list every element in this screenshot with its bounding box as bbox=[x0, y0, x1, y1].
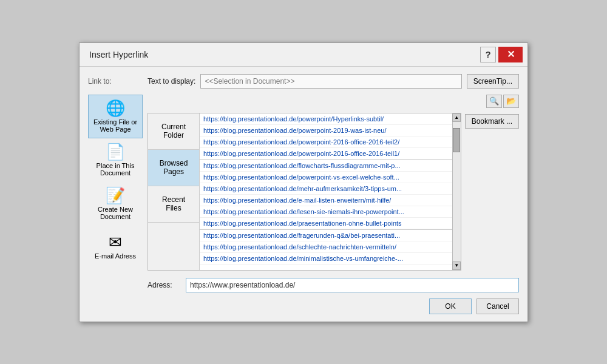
link-item[interactable]: https://blog.presentationload.de/frageru… bbox=[200, 230, 452, 241]
scroll-up-button[interactable]: ▲ bbox=[452, 113, 461, 122]
folder-browsed-label: BrowsedPages bbox=[160, 159, 188, 176]
address-label: Adress: bbox=[148, 281, 181, 289]
sidebar-item-label-place: Place in ThisDocument bbox=[97, 162, 135, 177]
link-item[interactable]: https://blog.presentationload.de/minimal… bbox=[200, 253, 452, 265]
sidebar-item-email[interactable]: ✉ E-mail Adress bbox=[88, 226, 143, 268]
close-button[interactable]: ✕ bbox=[498, 47, 523, 62]
create-new-icon: 📝 bbox=[106, 187, 125, 203]
dialog-body: Link to: Text to display: ScreenTip... 🌐… bbox=[80, 67, 527, 322]
sidebar: 🌐 Existing File orWeb Page 📄 Place in Th… bbox=[88, 95, 143, 292]
dialog-title: Insert Hyperlink bbox=[89, 50, 148, 59]
link-item[interactable]: https://blog.presentationload.de/flowcha… bbox=[200, 160, 452, 172]
content-area: CurrentFolder BrowsedPages RecentFiles h… bbox=[148, 113, 461, 271]
scroll-thumb[interactable] bbox=[453, 128, 460, 152]
ok-button[interactable]: OK bbox=[429, 298, 472, 314]
sidebar-item-label-existing: Existing File orWeb Page bbox=[93, 118, 137, 133]
link-item[interactable]: https://blog.presentationload.de/powerpo… bbox=[200, 172, 452, 183]
search-button[interactable]: 🔍 bbox=[486, 95, 502, 108]
help-button[interactable]: ? bbox=[480, 47, 496, 62]
link-item[interactable]: https://blog.presentationload.de/praesen… bbox=[200, 218, 452, 229]
folder-recent[interactable]: RecentFiles bbox=[148, 186, 199, 223]
folders-panel: CurrentFolder BrowsedPages RecentFiles bbox=[148, 113, 200, 270]
link-to-label: Link to: bbox=[88, 77, 143, 86]
place-document-icon: 📄 bbox=[106, 144, 125, 160]
folder-current-label: CurrentFolder bbox=[161, 123, 186, 140]
sidebar-item-create-new[interactable]: 📝 Create NewDocument bbox=[88, 182, 143, 226]
right-panel: 🔍 📂 CurrentFolder BrowsedPages bbox=[148, 95, 519, 292]
bottom-buttons: OK Cancel bbox=[88, 298, 519, 314]
cancel-button[interactable]: Cancel bbox=[476, 298, 519, 314]
title-bar-controls: ? ✕ bbox=[480, 47, 523, 62]
link-item[interactable]: https://blog.presentationload.de/schlech… bbox=[200, 241, 452, 253]
sidebar-item-label-create: Create NewDocument bbox=[98, 206, 133, 220]
folder-button[interactable]: 📂 bbox=[503, 95, 519, 108]
bookmark-area: Bookmark ... bbox=[465, 113, 519, 271]
screentip-button[interactable]: ScreenTip... bbox=[467, 74, 519, 89]
link-item[interactable]: https://blog.presentationload.de/mehr-au… bbox=[200, 183, 452, 195]
email-icon: ✉ bbox=[109, 234, 122, 250]
scrollbar[interactable]: ▲ ▼ bbox=[452, 113, 461, 270]
content-row: CurrentFolder BrowsedPages RecentFiles h… bbox=[148, 113, 519, 271]
links-panel: https://blog.presentationload.de/powerpo… bbox=[200, 113, 452, 270]
link-item[interactable]: https://blog.presentationload.de/powerpo… bbox=[200, 113, 452, 125]
bookmark-button[interactable]: Bookmark ... bbox=[465, 114, 519, 129]
insert-hyperlink-dialog: Insert Hyperlink ? ✕ Link to: Text to di… bbox=[79, 42, 528, 322]
link-item[interactable]: https://blog.presentationload.de/powerpo… bbox=[200, 125, 452, 136]
sidebar-item-place-document[interactable]: 📄 Place in ThisDocument bbox=[88, 138, 143, 182]
toolbar-row: 🔍 📂 bbox=[148, 95, 519, 108]
sidebar-item-label-email: E-mail Adress bbox=[95, 252, 136, 260]
main-area: 🌐 Existing File orWeb Page 📄 Place in Th… bbox=[88, 95, 519, 292]
text-to-display-input[interactable] bbox=[200, 74, 461, 89]
text-to-display-label: Text to display: bbox=[148, 77, 195, 86]
scroll-down-button[interactable]: ▼ bbox=[452, 261, 461, 270]
link-item[interactable]: https://blog.presentationload.de/powerpo… bbox=[200, 136, 452, 148]
link-item[interactable]: https://blog.presentationload.de/powerpo… bbox=[200, 148, 452, 160]
address-input[interactable] bbox=[186, 278, 519, 292]
scroll-track bbox=[452, 122, 461, 261]
address-row: Adress: bbox=[148, 278, 519, 292]
link-item[interactable]: https://blog.presentationload.de/lesen-s… bbox=[200, 206, 452, 218]
existing-file-icon: 🌐 bbox=[106, 100, 125, 116]
link-item[interactable]: https://blog.presentationload.de/e-mail-… bbox=[200, 195, 452, 206]
folder-recent-label: RecentFiles bbox=[162, 195, 185, 212]
sidebar-item-existing-file[interactable]: 🌐 Existing File orWeb Page bbox=[88, 95, 143, 138]
folder-browsed[interactable]: BrowsedPages bbox=[148, 150, 199, 186]
folder-current[interactable]: CurrentFolder bbox=[148, 113, 199, 150]
title-bar: Insert Hyperlink ? ✕ bbox=[80, 43, 527, 67]
